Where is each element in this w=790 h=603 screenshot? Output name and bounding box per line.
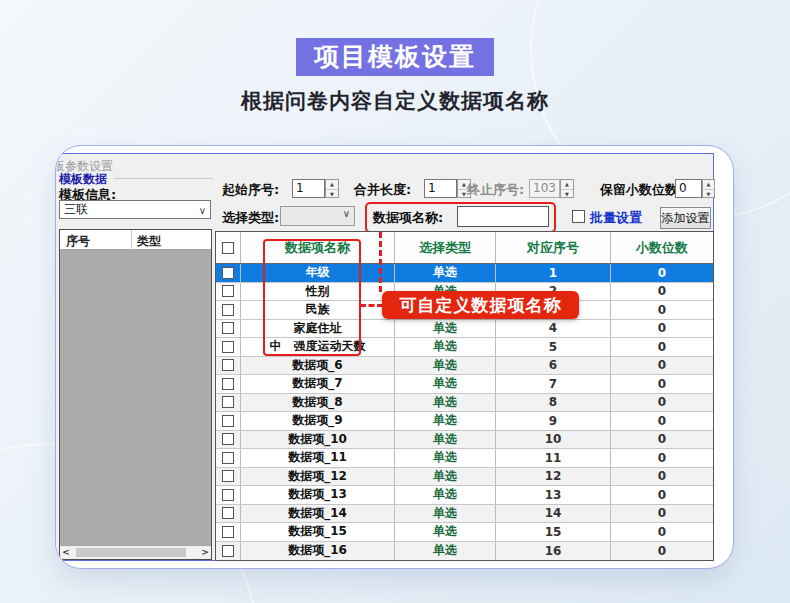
merge-length-label: 合并长度: <box>354 181 411 199</box>
row-name: 数据项_9 <box>241 412 395 430</box>
row-checkbox[interactable] <box>222 545 234 557</box>
row-type: 单选 <box>395 320 496 338</box>
batch-setting-label: 批量设置 <box>590 209 642 227</box>
table-row[interactable]: 数据项_12 单选 12 0 <box>216 468 713 487</box>
row-checkbox[interactable] <box>222 452 234 464</box>
start-serial-input[interactable]: 1 <box>292 179 325 198</box>
row-checkbox-cell <box>216 394 241 412</box>
row-decimals: 0 <box>611 486 713 504</box>
row-checkbox[interactable] <box>222 507 234 519</box>
row-serial: 15 <box>496 523 611 541</box>
data-item-name-input[interactable] <box>457 206 549 227</box>
groupbox-line <box>114 178 213 179</box>
row-checkbox-cell <box>216 486 241 504</box>
row-decimals: 0 <box>611 523 713 541</box>
row-checkbox[interactable] <box>222 359 234 371</box>
row-checkbox[interactable] <box>222 267 234 279</box>
row-checkbox-cell <box>216 301 241 319</box>
row-name: 数据项_14 <box>241 505 395 523</box>
spin-down-icon[interactable]: ▼ <box>703 190 714 199</box>
row-type: 单选 <box>395 412 496 430</box>
decimal-places-input[interactable]: 0 <box>675 179 702 198</box>
row-type: 单选 <box>395 505 496 523</box>
row-checkbox[interactable] <box>222 396 234 408</box>
row-checkbox[interactable] <box>222 378 234 390</box>
row-name: 数据项_12 <box>241 468 395 486</box>
annotation-callout: 可自定义数据项名称 <box>382 291 579 319</box>
list-header-type: 类型 <box>137 233 161 250</box>
table-row[interactable]: 数据项_10 单选 10 0 <box>216 431 713 450</box>
header-decimals: 小数位数 <box>611 232 713 263</box>
spin-down-icon[interactable]: ▼ <box>326 190 338 199</box>
header-type: 选择类型 <box>395 232 496 263</box>
table-row[interactable]: 数据项_15 单选 15 0 <box>216 523 713 542</box>
row-serial: 14 <box>496 505 611 523</box>
add-setting-button[interactable]: 添加设置 <box>660 207 711 229</box>
template-select[interactable]: 三联 ∨ <box>59 200 211 219</box>
row-serial: 1 <box>496 264 611 282</box>
row-serial: 4 <box>496 320 611 338</box>
row-checkbox-cell <box>216 449 241 467</box>
table-row[interactable]: 数据项_16 单选 16 0 <box>216 542 713 561</box>
batch-setting-checkbox[interactable] <box>572 210 585 223</box>
row-checkbox[interactable] <box>222 470 234 482</box>
name-column-highlight-box <box>263 239 361 356</box>
annotation-dashed-line-horizontal <box>360 304 383 307</box>
row-checkbox[interactable] <box>222 415 234 427</box>
select-type-dropdown[interactable]: ∨ <box>280 206 355 226</box>
row-decimals: 0 <box>611 301 713 319</box>
decimal-places-spinner[interactable]: ▲▼ <box>702 179 715 198</box>
spin-up-icon[interactable]: ▲ <box>326 180 338 190</box>
row-type: 单选 <box>395 449 496 467</box>
row-checkbox[interactable] <box>222 433 234 445</box>
scrollbar-thumb[interactable] <box>76 548 186 557</box>
row-checkbox-cell <box>216 412 241 430</box>
row-serial: 8 <box>496 394 611 412</box>
row-serial: 5 <box>496 338 611 356</box>
end-serial-label: 终止序号: <box>467 181 524 199</box>
table-row[interactable]: 数据项_6 单选 6 0 <box>216 357 713 376</box>
row-name: 数据项_10 <box>241 431 395 449</box>
annotation-dashed-line-vertical <box>379 232 382 292</box>
row-checkbox[interactable] <box>222 341 234 353</box>
row-checkbox[interactable] <box>222 304 234 316</box>
row-serial: 12 <box>496 468 611 486</box>
row-name: 数据项_6 <box>241 357 395 375</box>
row-checkbox-cell <box>216 431 241 449</box>
table-row[interactable]: 数据项_13 单选 13 0 <box>216 486 713 505</box>
row-type: 单选 <box>395 486 496 504</box>
row-decimals: 0 <box>611 431 713 449</box>
row-type: 单选 <box>395 357 496 375</box>
data-item-name-label: 数据项名称: <box>373 209 443 227</box>
merge-length-input[interactable]: 1 <box>424 179 457 198</box>
scroll-right-icon[interactable]: > <box>199 546 211 559</box>
settings-dialog-window: 板参数设置 模板数据 模板信息: 三联 ∨ 序号 类型 < > 起始序号: 1 … <box>55 153 714 561</box>
table-row[interactable]: 数据项_14 单选 14 0 <box>216 505 713 524</box>
table-row[interactable]: 数据项_7 单选 7 0 <box>216 375 713 394</box>
table-row[interactable]: 数据项_9 单选 9 0 <box>216 412 713 431</box>
row-serial: 10 <box>496 431 611 449</box>
scroll-left-icon[interactable]: < <box>60 546 72 559</box>
row-name: 数据项_8 <box>241 394 395 412</box>
table-row[interactable]: 数据项_11 单选 11 0 <box>216 449 713 468</box>
row-checkbox[interactable] <box>222 285 234 297</box>
row-type: 单选 <box>395 338 496 356</box>
row-decimals: 0 <box>611 338 713 356</box>
row-checkbox-cell <box>216 338 241 356</box>
spin-down-icon: ▼ <box>561 190 573 199</box>
row-checkbox-cell <box>216 375 241 393</box>
row-serial: 11 <box>496 449 611 467</box>
row-name: 数据项_11 <box>241 449 395 467</box>
row-checkbox[interactable] <box>222 489 234 501</box>
row-checkbox[interactable] <box>222 322 234 334</box>
start-serial-spinner[interactable]: ▲▼ <box>325 179 339 198</box>
row-checkbox-cell <box>216 523 241 541</box>
select-all-checkbox[interactable] <box>222 242 234 254</box>
table-row[interactable]: 数据项_8 单选 8 0 <box>216 394 713 413</box>
row-checkbox[interactable] <box>222 526 234 538</box>
spin-up-icon[interactable]: ▲ <box>703 180 714 190</box>
start-serial-label: 起始序号: <box>222 181 279 199</box>
template-item-list[interactable]: 序号 类型 < > <box>59 229 212 560</box>
horizontal-scrollbar[interactable]: < > <box>60 545 211 559</box>
screenshot-card: 板参数设置 模板数据 模板信息: 三联 ∨ 序号 类型 < > 起始序号: 1 … <box>55 145 734 569</box>
